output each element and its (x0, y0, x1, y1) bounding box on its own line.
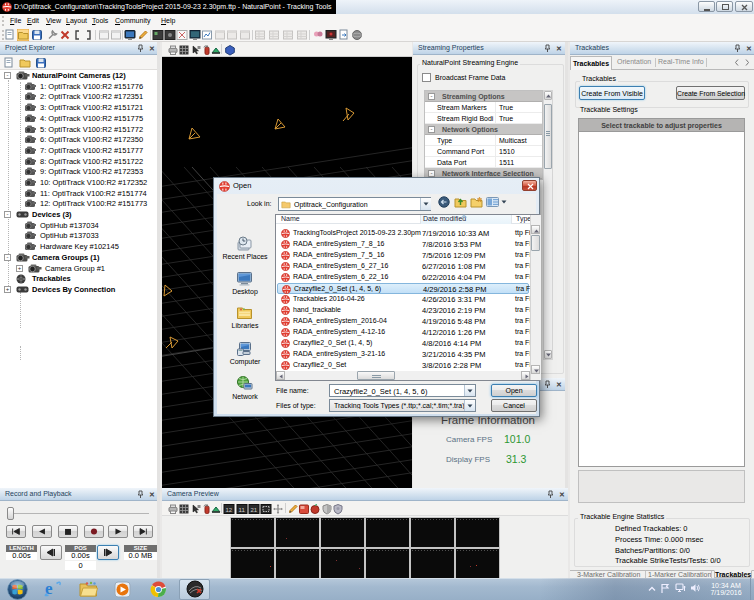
svg-text:21: 21 (251, 507, 258, 513)
svg-text:12: 12 (226, 507, 233, 513)
svg-text:11: 11 (239, 507, 246, 513)
